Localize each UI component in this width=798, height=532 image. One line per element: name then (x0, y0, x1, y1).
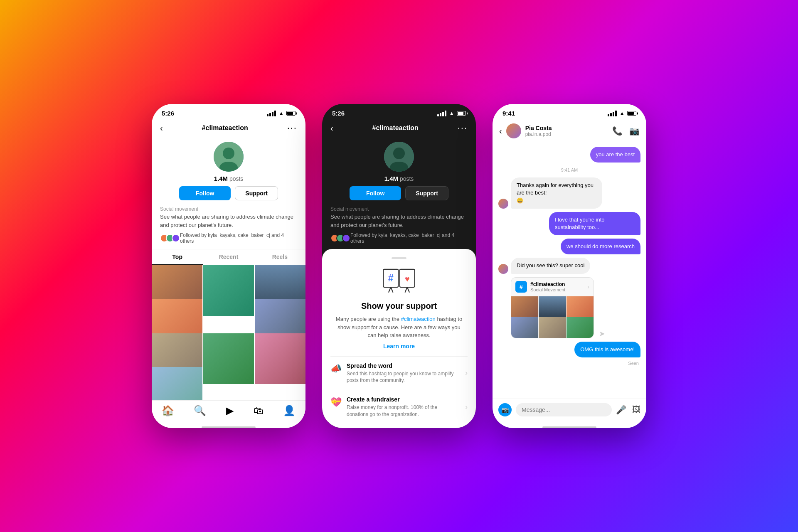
msg-time: 9:41 AM (498, 167, 640, 172)
status-bar-2: 5:26 ▲ (322, 104, 476, 120)
messages-area: you are the best 9:41 AM Thanks again fo… (493, 143, 646, 399)
bubble-6: OMG this is awesome! (574, 342, 640, 357)
signal-icon-2 (437, 111, 446, 116)
contact-avatar (506, 123, 521, 138)
video-call-icon[interactable]: 📷 (629, 126, 640, 136)
back-button-2[interactable]: ‹ (330, 123, 333, 133)
reels-icon-1[interactable]: ▶ (226, 405, 234, 416)
status-bar-3: 9:41 ▲ (493, 104, 646, 120)
msg-row-card: # #climateaction Social Movement › ➤ (498, 277, 640, 338)
nav-bar-1: ‹ #climateaction ··· (152, 120, 305, 138)
grid-cell-2[interactable] (203, 265, 254, 316)
mic-icon[interactable]: 🎤 (616, 405, 626, 415)
support-panel: # ♥ Show your support Many people are us… (322, 249, 476, 428)
shared-grid-cell-1 (511, 296, 538, 317)
shared-grid-cell-4 (511, 317, 538, 338)
learn-more-link[interactable]: Learn more (383, 343, 415, 350)
message-right-icons: 🎤 🖼 (616, 405, 640, 415)
status-icons-3: ▲ (608, 110, 636, 116)
grid-cell-8[interactable] (255, 333, 305, 384)
contact-name: Pia Costa (525, 125, 608, 131)
home-indicator-3 (542, 426, 596, 428)
shared-content-card[interactable]: # #climateaction Social Movement › (511, 277, 594, 338)
follow-button-2[interactable]: Follow (350, 186, 401, 200)
profile-icon-1[interactable]: 👤 (283, 405, 296, 416)
back-button-1[interactable]: ‹ (160, 123, 163, 133)
nav-bar-2: ‹ #climateaction ··· (322, 120, 476, 138)
grid-cell-9[interactable] (152, 367, 202, 400)
image-attach-icon[interactable]: 🖼 (632, 405, 640, 415)
bubble-3: I love that you're into sustainability t… (549, 212, 640, 235)
bubble-5: Did you see this? super cool (511, 258, 590, 273)
shared-grid-cell-6 (566, 317, 594, 338)
profile-section-2: 1.4M posts Follow Support Social movemen… (322, 138, 476, 249)
phone-3-messenger: 9:41 ▲ ‹ Pia Costa pia.in.a.pod 📞 📷 you … (493, 104, 646, 428)
phone-2-dark: 5:26 ▲ ‹ #climateaction ··· 1.4M posts (322, 104, 476, 428)
hashtag-title-2: #climateaction (372, 124, 419, 132)
profile-stats-2: 1.4M posts (384, 175, 414, 182)
share-send-icon[interactable]: ➤ (599, 329, 605, 338)
svg-text:#: # (388, 273, 394, 283)
tabs-1: Top Recent Reels (152, 249, 305, 265)
spread-word-title: Spread the word (347, 362, 460, 369)
msg-row-1: you are the best (498, 147, 640, 163)
more-button-1[interactable]: ··· (287, 123, 297, 133)
panel-hashtag-link[interactable]: #climateaction (401, 316, 436, 322)
tab-reels-1[interactable]: Reels (254, 249, 305, 265)
status-icons-1: ▲ (267, 110, 296, 116)
shared-hash-icon: # (515, 281, 527, 293)
shared-card-header: # #climateaction Social Movement › (511, 278, 594, 296)
wifi-icon-3: ▲ (619, 110, 625, 116)
svg-text:♥: ♥ (405, 274, 410, 283)
shared-grid-cell-5 (539, 317, 566, 338)
profile-actions-1: Follow Support (179, 186, 278, 200)
support-button-2[interactable]: Support (405, 186, 448, 200)
follow-button-1[interactable]: Follow (179, 186, 231, 200)
seen-indicator: Seen (498, 361, 640, 366)
time-1: 5:26 (162, 110, 174, 117)
phone-call-icon[interactable]: 📞 (612, 126, 623, 136)
profile-actions-2: Follow Support (350, 186, 448, 200)
bubble-2: Thanks again for everything you are the … (511, 177, 602, 209)
home-icon-1[interactable]: 🏠 (162, 405, 174, 416)
status-bar-1: 5:26 ▲ (152, 104, 305, 120)
camera-button[interactable]: 📷 (498, 403, 512, 416)
msg-row-3: I love that you're into sustainability t… (498, 212, 640, 235)
contact-handle: pia.in.a.pod (525, 131, 608, 137)
fundraiser-title: Create a fundraiser (347, 396, 460, 403)
panel-title: Show your support (361, 301, 437, 311)
panel-desc: Many people are using the #climateaction… (330, 315, 468, 340)
fundraiser-icon: 💝 (330, 397, 342, 408)
shop-icon-1[interactable]: 🛍 (254, 405, 264, 416)
svg-line-8 (389, 287, 391, 293)
spread-word-icon: 📣 (330, 363, 342, 374)
time-3: 9:41 (502, 110, 515, 117)
svg-point-1 (223, 148, 234, 159)
more-button-2[interactable]: ··· (458, 123, 468, 133)
status-icons-2: ▲ (437, 110, 466, 116)
panel-item-spread: 📣 Spread the word Send this hashtag to p… (330, 356, 468, 390)
fundraiser-chevron-icon[interactable]: › (465, 403, 468, 411)
fundraiser-desc: Raise money for a nonprofit. 100% of the… (347, 404, 460, 418)
wifi-icon-1: ▲ (278, 110, 284, 116)
svg-line-9 (391, 287, 393, 293)
spread-word-desc: Send this hashtag to people you know to … (347, 370, 460, 384)
msg-back-button[interactable]: ‹ (499, 126, 502, 136)
profile-section-1: 1.4M posts Follow Support Social movemen… (152, 138, 305, 249)
shared-card-title: #climateaction (530, 281, 565, 287)
received-avatar-1 (498, 199, 508, 209)
signal-icon-3 (608, 111, 617, 116)
tab-top-1[interactable]: Top (152, 249, 203, 265)
follower-avatars-2 (330, 234, 348, 242)
battery-icon-3 (627, 111, 636, 116)
search-icon-1[interactable]: 🔍 (194, 405, 206, 416)
message-input-bar: 📷 🎤 🖼 (493, 399, 646, 425)
profile-followers-2: Followed by kyia_kayaks, cake_baker_cj a… (330, 232, 468, 244)
spread-chevron-icon[interactable]: › (465, 369, 468, 377)
grid-cell-7[interactable] (203, 333, 254, 384)
support-button-1[interactable]: Support (235, 186, 278, 200)
message-input[interactable] (516, 403, 612, 416)
profile-bio-1: Social movement See what people are shar… (160, 205, 297, 229)
profile-avatar-2 (384, 142, 414, 172)
tab-recent-1[interactable]: Recent (203, 249, 254, 265)
